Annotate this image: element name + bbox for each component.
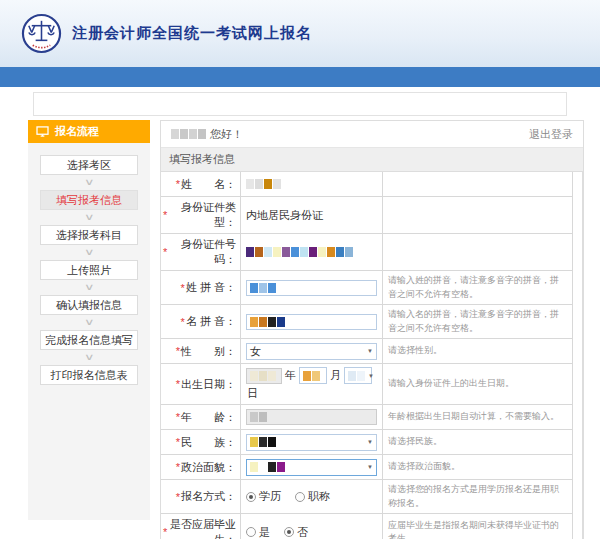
field-hint: 请输入姓的拼音，请注意多音字的拼音，拼音之间不允许有空格。 bbox=[383, 271, 572, 304]
step-confirm-info[interactable]: 确认填报信息 bbox=[40, 295, 138, 315]
field-hint: 请选择政治面貌。 bbox=[383, 455, 572, 479]
form-row-gender: *性 别： 女▼ 请选择性别。 bbox=[161, 339, 572, 364]
required-asterisk: * bbox=[163, 246, 167, 258]
form-row-registration-method: *报名方式： 学历 职称 请选择您的报名方式是用学历报名还是用职称报名。 bbox=[161, 480, 572, 514]
form-row-surname-pinyin: *姓 拼 音： 请输入姓的拼音，请注意多音字的拼音，拼音之间不允许有空格。 bbox=[161, 271, 572, 305]
step-fill-registration-info[interactable]: 填写报考信息 bbox=[40, 190, 138, 210]
form-row-ethnicity: *民 族： ▼ 请选择民族。 bbox=[161, 430, 572, 455]
political-status-select[interactable]: ▼ bbox=[246, 459, 377, 476]
field-label: 姓 拼 音： bbox=[186, 280, 236, 295]
monitor-icon bbox=[36, 126, 49, 137]
field-label: 民 族： bbox=[181, 435, 236, 450]
field-hint: 年龄根据出生日期自动计算，不需要输入。 bbox=[383, 405, 572, 429]
unit-year: 年 bbox=[285, 368, 296, 383]
chevron-down-icon: ▼ bbox=[367, 439, 373, 445]
gender-value: 女 bbox=[250, 344, 261, 359]
radio-professional-title[interactable]: 职称 bbox=[295, 489, 330, 504]
sidebar-registration-process: 报名流程 选择考区 ∨ 填写报考信息 ∨ 选择报考科目 ∨ 上传照片 ∨ 确认填… bbox=[28, 120, 150, 520]
greeting-text: 您好！ bbox=[210, 127, 243, 142]
field-label: 名 拼 音： bbox=[186, 314, 236, 329]
field-hint: 请选择您的报名方式是用学历报名还是用职称报名。 bbox=[383, 480, 572, 513]
form-row-political-status: *政治面貌： ▼ 请选择政治面貌。 bbox=[161, 455, 572, 480]
redacted-name-value bbox=[246, 179, 281, 189]
chevron-down-icon: ∨ bbox=[84, 280, 95, 295]
field-label: 姓 名： bbox=[181, 177, 236, 192]
redacted-birth-year bbox=[250, 371, 276, 381]
form-row-id-type: *身份证件类型： 内地居民身份证 bbox=[161, 197, 572, 234]
birth-day-select[interactable]: ▼ bbox=[344, 367, 372, 384]
redacted-givenname-pinyin bbox=[250, 317, 285, 327]
page-header: 注册会计师全国统一考试网上报名 bbox=[0, 0, 600, 67]
required-asterisk: * bbox=[176, 345, 180, 357]
form-row-birth-date: *出生日期： 年 月 ▼ 日 请输入身份证件上的出生日期。 bbox=[161, 364, 572, 405]
radio-selected-icon bbox=[284, 527, 294, 537]
step-select-exam-area[interactable]: 选择考区 bbox=[40, 155, 138, 175]
chevron-down-icon: ∨ bbox=[84, 210, 95, 225]
redacted-id-number bbox=[246, 247, 353, 257]
radio-education[interactable]: 学历 bbox=[246, 489, 281, 504]
redacted-birth-month bbox=[303, 371, 320, 381]
givenname-pinyin-input[interactable] bbox=[246, 314, 377, 330]
unit-day: 日 bbox=[247, 386, 258, 401]
field-hint: 请选择民族。 bbox=[383, 430, 572, 454]
radio-label: 职称 bbox=[308, 489, 330, 504]
required-asterisk: * bbox=[176, 461, 180, 473]
logout-link[interactable]: 退出登录 bbox=[529, 127, 573, 142]
form-row-name: *姓 名： bbox=[161, 172, 572, 197]
form-row-age: *年 龄： 年龄根据出生日期自动计算，不需要输入。 bbox=[161, 405, 572, 430]
required-asterisk: * bbox=[176, 411, 180, 423]
required-asterisk: * bbox=[176, 378, 180, 390]
required-asterisk: * bbox=[181, 282, 185, 294]
ethnicity-select[interactable]: ▼ bbox=[246, 434, 377, 451]
field-hint: 请选择性别。 bbox=[383, 339, 572, 363]
redacted-surname-pinyin bbox=[250, 283, 276, 293]
birth-month-select[interactable] bbox=[299, 367, 327, 384]
field-label: 政治面貌： bbox=[181, 460, 236, 475]
step-upload-photo[interactable]: 上传照片 bbox=[40, 260, 138, 280]
radio-unselected-icon bbox=[295, 492, 305, 502]
field-label: 出生日期： bbox=[181, 377, 236, 392]
sidebar-title: 报名流程 bbox=[55, 124, 99, 139]
step-select-subjects[interactable]: 选择报考科目 bbox=[40, 225, 138, 245]
chevron-down-icon: ▼ bbox=[367, 464, 373, 470]
redacted-user-name bbox=[171, 129, 206, 139]
chevron-down-icon: ∨ bbox=[84, 315, 95, 330]
chevron-down-icon: ▼ bbox=[367, 348, 373, 354]
sidebar-header: 报名流程 bbox=[28, 120, 150, 143]
required-asterisk: * bbox=[176, 491, 180, 503]
radio-label: 是 bbox=[259, 525, 270, 539]
required-asterisk: * bbox=[163, 209, 167, 221]
registration-form-table: *姓 名： *身份证件类型： 内地居民身份证 *身份证件号码： *姓 拼 音： … bbox=[161, 172, 573, 539]
cicpa-logo-icon bbox=[21, 13, 62, 54]
section-header: 填写报考信息 bbox=[161, 148, 583, 172]
header-divider-bar bbox=[0, 67, 600, 87]
redacted-ethnicity bbox=[250, 437, 276, 447]
radio-no[interactable]: 否 bbox=[284, 525, 308, 539]
step-complete-info[interactable]: 完成报名信息填写 bbox=[40, 330, 138, 350]
required-asterisk: * bbox=[181, 316, 185, 328]
section-title: 填写报考信息 bbox=[169, 152, 235, 167]
field-hint: 应届毕业生是指报名期间未获得毕业证书的考生。 bbox=[383, 514, 572, 539]
id-type-value: 内地居民身份证 bbox=[246, 208, 323, 223]
radio-yes[interactable]: 是 bbox=[246, 525, 270, 539]
step-list: 选择考区 ∨ 填写报考信息 ∨ 选择报考科目 ∨ 上传照片 ∨ 确认填报信息 ∨… bbox=[28, 143, 150, 385]
scrollbar-track[interactable] bbox=[573, 172, 583, 539]
radio-label: 否 bbox=[297, 525, 308, 539]
greeting-bar: 您好！ 退出登录 bbox=[161, 121, 583, 148]
field-hint: 请输入身份证件上的出生日期。 bbox=[383, 364, 572, 404]
field-label: 报名方式： bbox=[181, 489, 236, 504]
field-label: 身份证件号码： bbox=[168, 237, 236, 267]
radio-unselected-icon bbox=[246, 527, 256, 537]
page-title: 注册会计师全国统一考试网上报名 bbox=[72, 24, 312, 43]
gender-select[interactable]: 女▼ bbox=[246, 343, 377, 360]
chevron-down-icon: ▼ bbox=[368, 373, 374, 379]
redacted-birth-day bbox=[348, 371, 365, 381]
unit-month: 月 bbox=[330, 368, 341, 383]
radio-label: 学历 bbox=[259, 489, 281, 504]
form-row-id-number: *身份证件号码： bbox=[161, 234, 572, 271]
surname-pinyin-input[interactable] bbox=[246, 280, 377, 296]
required-asterisk: * bbox=[163, 526, 167, 538]
radio-selected-icon bbox=[246, 492, 256, 502]
step-print-form[interactable]: 打印报名信息表 bbox=[40, 365, 138, 385]
required-asterisk: * bbox=[176, 178, 180, 190]
